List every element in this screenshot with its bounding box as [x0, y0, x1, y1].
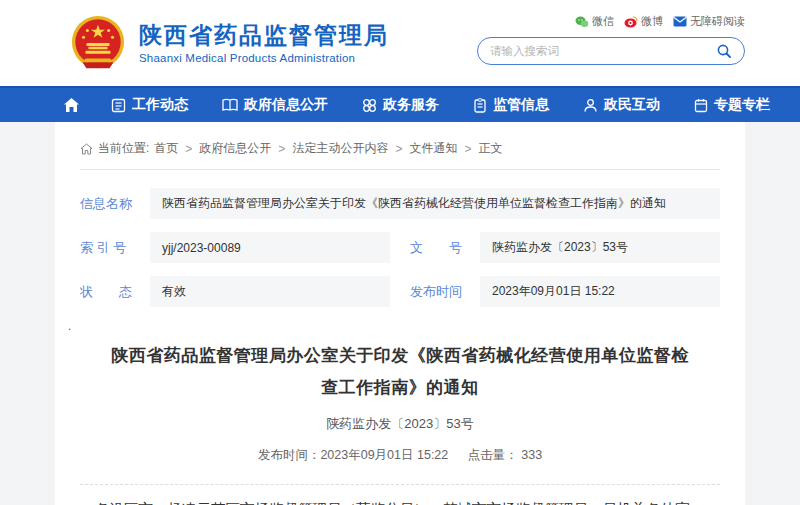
nav-item-label: 政民互动: [604, 96, 660, 114]
site-subtitle: Shaanxi Medical Products Administration: [139, 52, 389, 64]
site-header: 陕西省药品监督管理局 Shaanxi Medical Products Admi…: [0, 0, 800, 86]
home-outline-icon: [80, 143, 93, 155]
clipboard-icon: [473, 98, 487, 113]
nav-item-services[interactable]: 政务服务: [345, 88, 456, 122]
info-name-value: 陕西省药品监督管理局办公室关于印发《陕西省药械化经营使用单位监督检查工作指南》的…: [150, 188, 720, 219]
info-row-status-time: 状 态 有效 发布时间 2023年09月01日 15:22: [80, 276, 720, 307]
nav-item-label: 专题专栏: [714, 96, 770, 114]
nav-item-special-topics[interactable]: 专题专栏: [677, 88, 787, 122]
nav-item-gov-info[interactable]: 政府信息公开: [205, 88, 345, 122]
breadcrumb-separator: >: [278, 142, 285, 156]
breadcrumb-gov-info[interactable]: 政府信息公开: [199, 140, 271, 157]
breadcrumb-separator: >: [395, 142, 402, 156]
search-icon[interactable]: [716, 43, 732, 59]
nav-item-label: 监管信息: [493, 96, 549, 114]
article-hit-count: 点击量： 333: [468, 448, 542, 462]
article-publish-time: 发布时间：2023年09月01日 15:22: [258, 448, 448, 462]
nav-home-button[interactable]: [55, 88, 94, 122]
breadcrumb-legal-content[interactable]: 法定主动公开内容: [292, 140, 388, 157]
breadcrumb: 当前位置: 首页 > 政府信息公开 > 法定主动公开内容 > 文件通知 > 正文: [80, 140, 720, 157]
breadcrumb-home[interactable]: 首页: [154, 140, 178, 157]
info-status-value: 有效: [150, 276, 390, 307]
article-doc-number: 陕药监办发〔2023〕53号: [80, 415, 720, 433]
wechat-link[interactable]: 微信: [575, 14, 614, 29]
info-pubtime-value: 2023年09月01日 15:22: [480, 276, 720, 307]
book-icon: [222, 98, 238, 112]
home-icon: [63, 97, 80, 113]
breadcrumb-divider: [80, 169, 720, 170]
article-body: 各设区市、杨凌示范区市场监督管理局（药监分局）、韩城市市场监督管理局，局机关各处…: [80, 495, 720, 505]
weibo-icon: [624, 16, 638, 28]
site-title: 陕西省药品监督管理局: [139, 22, 389, 50]
grid-icon: [362, 98, 377, 113]
info-row-name: 信息名称 陕西省药品监督管理局办公室关于印发《陕西省药械化经营使用单位监督检查工…: [80, 188, 720, 219]
info-row-index-docno: 索 引 号 yjj/2023-00089 文 号 陕药监办发〔2023〕53号: [80, 232, 720, 263]
search-box: [477, 37, 745, 65]
accessibility-link[interactable]: 无障碍阅读: [673, 14, 745, 29]
nav-item-label: 工作动态: [132, 96, 188, 114]
nav-item-label: 政务服务: [383, 96, 439, 114]
breadcrumb-file-notice[interactable]: 文件通知: [409, 140, 457, 157]
stray-dot: .: [68, 320, 720, 332]
breadcrumb-current: 正文: [478, 140, 502, 157]
article-paragraph: 各设区市、杨凌示范区市场监督管理局（药监分局）、韩城市市场监督管理局，局机关各处…: [95, 495, 705, 505]
wechat-label: 微信: [592, 14, 614, 29]
list-icon: [111, 98, 126, 113]
breadcrumb-prefix: 当前位置:: [98, 140, 149, 157]
search-input[interactable]: [490, 45, 716, 57]
nav-item-label: 政府信息公开: [244, 96, 328, 114]
site-logo[interactable]: 陕西省药品监督管理局 Shaanxi Medical Products Admi…: [69, 14, 389, 72]
info-pubtime-label: 发布时间: [410, 276, 480, 307]
info-docno-value: 陕药监办发〔2023〕53号: [480, 232, 720, 263]
info-index-label: 索 引 号: [80, 232, 150, 263]
breadcrumb-separator: >: [464, 142, 471, 156]
info-name-label: 信息名称: [80, 188, 150, 219]
info-docno-label: 文 号: [410, 232, 480, 263]
main-nav: 工作动态 政府信息公开 政务服务 监管信: [0, 86, 800, 122]
info-status-label: 状 态: [80, 276, 150, 307]
article-title: 陕西省药品监督管理局办公室关于印发《陕西省药械化经营使用单位监督检查工作指南》的…: [110, 340, 690, 405]
nav-item-interaction[interactable]: 政民互动: [566, 88, 677, 122]
nav-item-work-news[interactable]: 工作动态: [94, 88, 205, 122]
accessibility-icon: [673, 16, 687, 27]
accessibility-label: 无障碍阅读: [690, 14, 745, 29]
weibo-label: 微博: [641, 14, 663, 29]
info-index-value: yjj/2023-00089: [150, 232, 390, 263]
wechat-icon: [575, 16, 589, 28]
calendar-icon: [694, 98, 708, 113]
nav-item-supervision[interactable]: 监管信息: [456, 88, 566, 122]
article-divider: [80, 484, 720, 485]
article-meta: 发布时间：2023年09月01日 15:22 点击量： 333: [80, 447, 720, 464]
person-icon: [583, 98, 598, 113]
national-emblem-icon: [69, 14, 127, 72]
quick-links: 微信 微博 无障碍阅读: [477, 14, 745, 29]
weibo-link[interactable]: 微博: [624, 14, 663, 29]
content-card: 当前位置: 首页 > 政府信息公开 > 法定主动公开内容 > 文件通知 > 正文…: [55, 122, 745, 505]
breadcrumb-separator: >: [185, 142, 192, 156]
